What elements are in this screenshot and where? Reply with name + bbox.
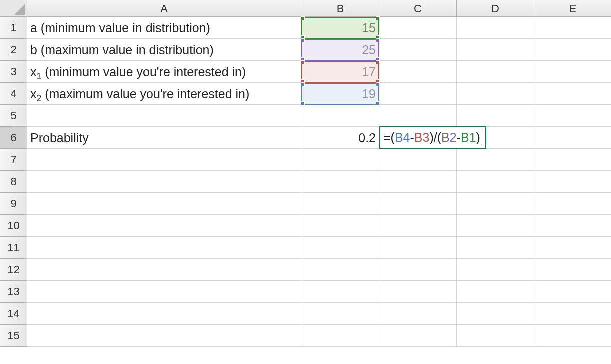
row-header-1[interactable]: 1 [0,17,27,39]
cell-a9[interactable] [27,193,301,215]
cell-b10[interactable] [301,215,379,237]
select-all-corner[interactable] [0,0,27,17]
cell-c7[interactable] [379,149,457,171]
cell-c1[interactable] [379,17,457,39]
cell-a11[interactable] [27,237,301,259]
cell-b1[interactable]: 15 [301,17,379,39]
cell-d7[interactable] [457,149,534,171]
cell-c13[interactable] [379,281,457,303]
cell-e3[interactable] [534,61,611,83]
cell-b2[interactable]: 25 [301,39,379,61]
cell-e10[interactable] [534,215,611,237]
row-header-6[interactable]: 6 [0,127,27,149]
row-header-4[interactable]: 4 [0,83,27,105]
cell-e15[interactable] [534,325,611,347]
row-header-12[interactable]: 12 [0,259,27,281]
row-header-10[interactable]: 10 [0,215,27,237]
column-header-a[interactable]: A [27,0,301,17]
cell-a6[interactable]: Probability [27,127,301,149]
cell-a10[interactable] [27,215,301,237]
cell-d2[interactable] [457,39,534,61]
cell-b4[interactable]: 19 [301,83,379,105]
cell-d3[interactable] [457,61,534,83]
cell-b3[interactable]: 17 [301,61,379,83]
cell-d5[interactable] [457,105,534,127]
cell-b11[interactable] [301,237,379,259]
cell-c15[interactable] [379,325,457,347]
row-header-5[interactable]: 5 [0,105,27,127]
row-header-11[interactable]: 11 [0,237,27,259]
column-headers: A B C D E [27,0,611,17]
row-header-8[interactable]: 8 [0,171,27,193]
row-header-14[interactable]: 14 [0,303,27,325]
grid[interactable]: a (minimum value in distribution) 15 b (… [27,17,611,347]
cell-e2[interactable] [534,39,611,61]
column-header-c[interactable]: C [379,0,457,17]
cell-a5[interactable] [27,105,301,127]
cell-a8[interactable] [27,171,301,193]
cell-a3[interactable]: x1 (minimum value you're interested in) [27,61,301,83]
cell-e14[interactable] [534,303,611,325]
cell-b7[interactable] [301,149,379,171]
cell-d11[interactable] [457,237,534,259]
cell-c12[interactable] [379,259,457,281]
cell-c14[interactable] [379,303,457,325]
cell-b5[interactable] [301,105,379,127]
cell-d13[interactable] [457,281,534,303]
cell-c5[interactable] [379,105,457,127]
column-header-b[interactable]: B [301,0,379,17]
cell-b13[interactable] [301,281,379,303]
cell-a7[interactable] [27,149,301,171]
cell-a15[interactable] [27,325,301,347]
cell-e9[interactable] [534,193,611,215]
cell-b15[interactable] [301,325,379,347]
cell-d10[interactable] [457,215,534,237]
cell-c9[interactable] [379,193,457,215]
row-header-7[interactable]: 7 [0,149,27,171]
cell-b6[interactable]: 0.2 [301,127,379,149]
cell-d14[interactable] [457,303,534,325]
formula-edit-c6[interactable]: =(B4-B3)/(B2-B1) [379,126,486,149]
row-header-9[interactable]: 9 [0,193,27,215]
row-header-2[interactable]: 2 [0,39,27,61]
cell-e8[interactable] [534,171,611,193]
cell-c10[interactable] [379,215,457,237]
cell-a14[interactable] [27,303,301,325]
cell-c11[interactable] [379,237,457,259]
cell-c4[interactable] [379,83,457,105]
cell-e13[interactable] [534,281,611,303]
cell-d15[interactable] [457,325,534,347]
cell-c8[interactable] [379,171,457,193]
cell-a13[interactable] [27,281,301,303]
cell-a2[interactable]: b (maximum value in distribution) [27,39,301,61]
cell-a4[interactable]: x2 (maximum value you're interested in) [27,83,301,105]
cell-e4[interactable] [534,83,611,105]
cell-d4[interactable] [457,83,534,105]
cell-d8[interactable] [457,171,534,193]
column-header-d[interactable]: D [457,0,534,17]
cell-a12[interactable] [27,259,301,281]
cell-e11[interactable] [534,237,611,259]
cell-e12[interactable] [534,259,611,281]
cell-c2[interactable] [379,39,457,61]
row-header-3[interactable]: 3 [0,61,27,83]
spreadsheet[interactable]: A B C D E 1 2 3 4 5 6 7 8 9 10 11 12 13 … [0,0,611,364]
cell-d9[interactable] [457,193,534,215]
cell-e1[interactable] [534,17,611,39]
cell-b8[interactable] [301,171,379,193]
row-header-13[interactable]: 13 [0,281,27,303]
cell-a1[interactable]: a (minimum value in distribution) [27,17,301,39]
cell-e7[interactable] [534,149,611,171]
cell-b14[interactable] [301,303,379,325]
column-header-e[interactable]: E [534,0,611,17]
row-header-15[interactable]: 15 [0,325,27,347]
cell-d12[interactable] [457,259,534,281]
cell-d1[interactable] [457,17,534,39]
cell-c3[interactable] [379,61,457,83]
cell-a4-suffix: (maximum value you're interested in) [41,87,249,101]
cell-e5[interactable] [534,105,611,127]
formula-token: B2 [441,130,457,144]
cell-b9[interactable] [301,193,379,215]
cell-e6[interactable] [534,127,611,149]
cell-b12[interactable] [301,259,379,281]
